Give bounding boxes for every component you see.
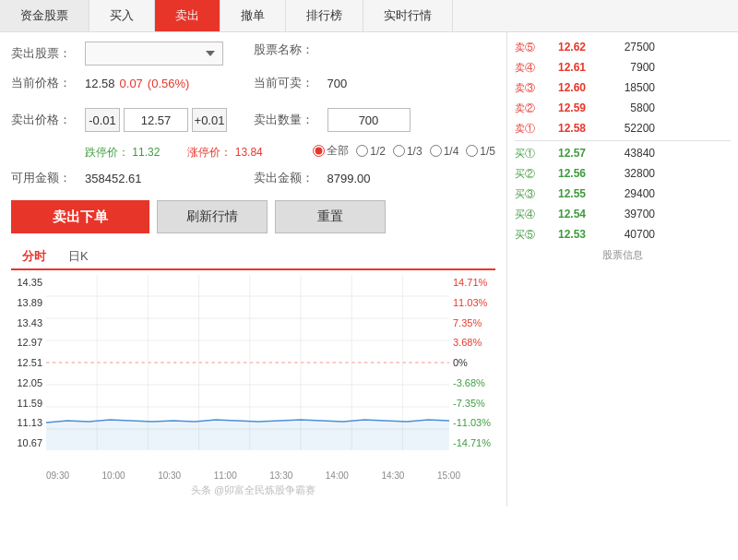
- radio-quarter-input[interactable]: [430, 145, 442, 157]
- available-sell-section: 当前可卖： 700: [254, 75, 496, 91]
- reset-btn[interactable]: 重置: [275, 200, 386, 233]
- y-label-5: 12.05: [11, 377, 46, 388]
- buy-order-3: 买③ 12.55 29400: [515, 184, 731, 204]
- x-label-2: 10:30: [158, 471, 181, 481]
- order-book: 卖⑤ 12.62 27500 卖④ 12.61 7900 卖③ 12.60 18…: [515, 37, 731, 262]
- radio-third-input[interactable]: [393, 145, 405, 157]
- price-input-group: -0.01 +0.01: [85, 108, 227, 132]
- price-change-pct: (0.56%): [148, 77, 190, 90]
- radio-half-input[interactable]: [356, 145, 368, 157]
- y-label-8: 10.67: [11, 437, 46, 448]
- tab-realtime[interactable]: 实时行情: [363, 0, 453, 31]
- page-wrapper: 资金股票 买入 卖出 撤单 排行榜 实时行情 卖出股票： 股票名称：: [0, 0, 738, 506]
- stock-name-value: [327, 43, 346, 56]
- tab-assets[interactable]: 资金股票: [0, 0, 89, 31]
- chart-tab-minute[interactable]: 分时: [11, 244, 57, 270]
- content-area: 卖出股票： 股票名称： 当前价格： 12.58: [0, 32, 738, 506]
- buy2-label: 买②: [515, 167, 544, 181]
- tab-cancel[interactable]: 撤单: [220, 0, 286, 31]
- chart-pct-labels: 14.71% 11.03% 7.35% 3.68% 0% -3.68% -7.3…: [449, 275, 495, 450]
- sell1-label: 卖①: [515, 122, 544, 136]
- pct-label-3: 3.68%: [449, 337, 495, 348]
- sell3-volume: 18500: [600, 81, 655, 94]
- sell-qty-input[interactable]: [327, 108, 411, 132]
- svg-marker-14: [46, 420, 449, 450]
- x-label-5: 14:00: [326, 471, 349, 481]
- buy4-label: 买④: [515, 208, 544, 221]
- pct-label-4: 0%: [449, 357, 495, 368]
- price-minus-btn[interactable]: -0.01: [85, 108, 120, 132]
- pct-label-0: 14.71%: [449, 277, 495, 288]
- limit-up-hint: 涨停价： 13.84: [187, 145, 262, 161]
- sell5-price: 12.62: [544, 41, 600, 54]
- radio-quarter[interactable]: 1/4: [430, 145, 459, 158]
- chart-svg: [46, 275, 449, 450]
- sell-price-section: 卖出价格： -0.01 +0.01: [11, 108, 254, 132]
- y-label-3: 12.97: [11, 337, 46, 348]
- row-price-avail: 当前价格： 12.58 0.07 (0.56%) 当前可卖： 700: [11, 75, 495, 91]
- radio-fifth-input[interactable]: [466, 145, 478, 157]
- stock-select-wrapper: [85, 42, 223, 66]
- tab-sell[interactable]: 卖出: [155, 0, 220, 31]
- tab-ranking[interactable]: 排行榜: [286, 0, 363, 31]
- action-buttons: 卖出下单 刷新行情 重置: [11, 200, 495, 233]
- buy1-price: 12.57: [544, 147, 600, 160]
- sell-order-btn[interactable]: 卖出下单: [11, 200, 149, 233]
- y-label-6: 11.59: [11, 398, 46, 409]
- left-content: 卖出股票： 股票名称： 当前价格： 12.58: [0, 32, 507, 506]
- sell3-label: 卖③: [515, 81, 544, 95]
- x-label-4: 13:30: [269, 471, 292, 481]
- x-label-0: 09:30: [46, 471, 69, 481]
- available-sell-label: 当前可卖：: [254, 75, 327, 91]
- radio-third[interactable]: 1/3: [393, 145, 423, 158]
- price-input[interactable]: [124, 108, 188, 132]
- right-content: 卖⑤ 12.62 27500 卖④ 12.61 7900 卖③ 12.60 18…: [507, 32, 738, 506]
- radio-all[interactable]: 全部: [313, 143, 349, 159]
- available-amount-section: 可用金额： 358452.61: [11, 170, 254, 186]
- chart-svg-wrapper: [46, 275, 449, 469]
- stock-name-section: 股票名称：: [254, 42, 496, 58]
- buy1-volume: 43840: [600, 147, 655, 160]
- x-label-7: 15:00: [437, 471, 460, 481]
- pct-label-6: -7.35%: [449, 398, 495, 409]
- order-book-footer: 股票信息: [515, 248, 731, 262]
- stock-select[interactable]: [85, 42, 223, 66]
- sell4-price: 12.61: [544, 61, 600, 74]
- chart-x-labels: 09:30 10:00 10:30 11:00 13:30 14:00 14:3…: [11, 469, 495, 481]
- buy4-volume: 39700: [600, 208, 655, 220]
- buy5-price: 12.53: [544, 228, 600, 241]
- sell-order-5: 卖⑤ 12.62 27500: [515, 37, 731, 57]
- pct-label-1: 11.03%: [449, 297, 495, 308]
- price-change: 0.07: [120, 77, 143, 90]
- chart-area: 14.35 13.89 13.43 12.97 12.51 12.05 11.5…: [11, 275, 495, 469]
- sell-qty-section: 卖出数量：: [254, 108, 496, 132]
- y-label-2: 13.43: [11, 317, 46, 328]
- x-label-1: 10:00: [102, 471, 125, 481]
- buy3-price: 12.55: [544, 187, 600, 200]
- y-label-0: 14.35: [11, 277, 46, 288]
- sell-order-3: 卖③ 12.60 18500: [515, 77, 731, 98]
- pct-label-2: 7.35%: [449, 317, 495, 328]
- radio-all-input[interactable]: [313, 145, 325, 157]
- refresh-btn[interactable]: 刷新行情: [157, 200, 268, 233]
- sell2-volume: 5800: [600, 101, 655, 114]
- chart-tab-daily[interactable]: 日K: [57, 244, 100, 268]
- chart-tabs: 分时 日K: [11, 244, 495, 270]
- buy-order-5: 买⑤ 12.53 40700: [515, 224, 731, 244]
- sell5-volume: 27500: [600, 41, 655, 54]
- sell2-label: 卖②: [515, 101, 544, 115]
- stock-name-label: 股票名称：: [254, 42, 327, 58]
- tab-buy[interactable]: 买入: [89, 0, 155, 31]
- sell-stock-label: 卖出股票：: [11, 45, 85, 62]
- order-divider: [515, 140, 731, 141]
- available-amount-label: 可用金额：: [11, 170, 85, 186]
- sell-qty-label: 卖出数量：: [254, 112, 327, 128]
- radio-fifth[interactable]: 1/5: [466, 145, 495, 158]
- buy1-label: 买①: [515, 147, 544, 161]
- sell-stock-section: 卖出股票：: [11, 42, 254, 66]
- buy-order-4: 买④ 12.54 39700: [515, 204, 731, 224]
- price-plus-btn[interactable]: +0.01: [192, 108, 227, 132]
- radio-half[interactable]: 1/2: [356, 145, 386, 158]
- pct-label-8: -14.71%: [449, 437, 495, 448]
- sell-order-1: 卖① 12.58 52200: [515, 118, 731, 138]
